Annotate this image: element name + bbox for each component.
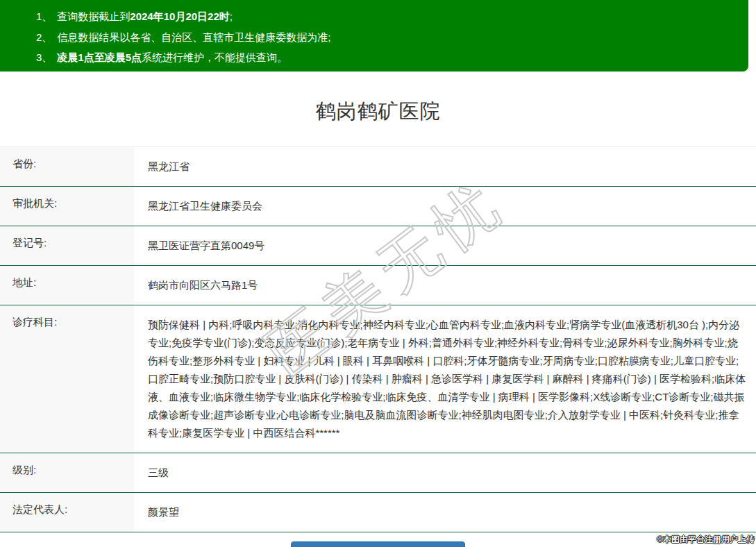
row-value-province: 黑龙江省 — [134, 147, 756, 186]
row-value-registration-number: 黑卫医证营字直第0049号 — [134, 226, 756, 265]
notice-banner: 1、查询数据截止到2024年10月20日22时; 2、信息数据结果以各省、自治区… — [0, 0, 748, 71]
table-row-province: 省份: 黑龙江省 — [0, 147, 756, 187]
notice-line-3: 3、凌晨1点至凌晨5点系统进行维护，不能提供查询。 — [36, 47, 734, 68]
notice-line-1: 1、查询数据截止到2024年10月20日22时; — [36, 6, 734, 27]
row-label-level: 级别: — [0, 453, 134, 492]
hospital-info-table: 省份: 黑龙江省 审批机关: 黑龙江省卫生健康委员会 登记号: 黑卫医证营字直第… — [0, 146, 756, 532]
row-label-approval-authority: 审批机关: — [0, 187, 134, 226]
row-value-approval-authority: 黑龙江省卫生健康委员会 — [134, 187, 756, 226]
table-row-address: 地址: 鹤岗市向阳区六马路1号 — [0, 266, 756, 305]
notice-line-1-bold: 2024年10月20日22时 — [130, 10, 229, 22]
close-window-button[interactable]: 〖关闭窗口〗 — [291, 541, 465, 547]
row-label-address: 地址: — [0, 266, 134, 305]
row-value-medical-subjects: 预防保健科 | 内科;呼吸内科专业;消化内科专业;神经内科专业;心血管内科专业;… — [134, 305, 756, 453]
row-label-registration-number: 登记号: — [0, 226, 134, 265]
notice-line-3-bold: 凌晨1点至凌晨5点 — [57, 51, 142, 63]
row-value-legal-representative: 颜景望 — [134, 493, 756, 532]
table-row-registration-number: 登记号: 黑卫医证营字直第0049号 — [0, 226, 756, 266]
row-value-level: 三级 — [134, 453, 756, 492]
table-row-level: 级别: 三级 — [0, 453, 756, 493]
table-row-approval-authority: 审批机关: 黑龙江省卫生健康委员会 — [0, 187, 756, 226]
notice-line-3-tail: 系统进行维护，不能提供查询。 — [142, 51, 287, 63]
table-row-legal-representative: 法定代表人: 颜景望 — [0, 493, 756, 532]
hospital-info-page: 1、查询数据截止到2024年10月20日22时; 2、信息数据结果以各省、自治区… — [0, 0, 756, 547]
row-label-province: 省份: — [0, 147, 134, 186]
notice-line-2: 2、信息数据结果以各省、自治区、直辖市卫生健康委数据为准; — [36, 27, 734, 48]
notice-line-1-number: 1、 — [36, 10, 57, 22]
row-label-legal-representative: 法定代表人: — [0, 493, 134, 532]
image-credit-text: ©本图由平台注册用户上传 — [657, 534, 755, 546]
notice-line-2-text: 信息数据结果以各省、自治区、直辖市卫生健康委数据为准; — [57, 31, 330, 43]
page-title: 鹤岗鹤矿医院 — [0, 71, 756, 146]
row-label-medical-subjects: 诊疗科目: — [0, 305, 134, 453]
notice-line-1-tail: ; — [230, 10, 233, 22]
table-row-medical-subjects: 诊疗科目: 预防保健科 | 内科;呼吸内科专业;消化内科专业;神经内科专业;心血… — [0, 305, 756, 453]
notice-line-1-text: 查询数据截止到 — [57, 10, 130, 22]
button-bar: 〖关闭窗口〗 — [0, 541, 756, 547]
notice-line-3-number: 3、 — [36, 51, 57, 63]
row-value-address: 鹤岗市向阳区六马路1号 — [134, 266, 756, 305]
notice-line-2-number: 2、 — [36, 31, 57, 43]
